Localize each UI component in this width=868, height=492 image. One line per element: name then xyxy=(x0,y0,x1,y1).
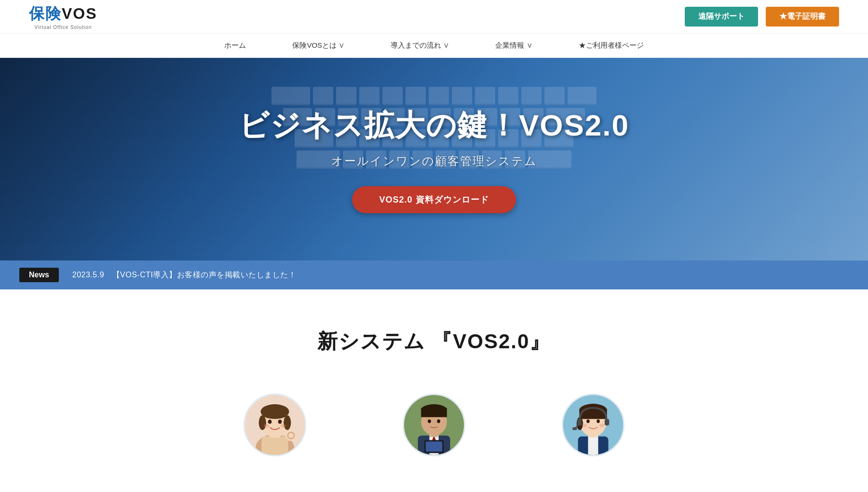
svg-rect-2 xyxy=(261,437,288,455)
svg-point-37 xyxy=(599,424,604,427)
svg-point-12 xyxy=(285,430,297,441)
logo: 保険VOS Virtual Office Solution xyxy=(29,3,97,30)
logo-text: 保険VOS xyxy=(29,3,97,25)
avatar-1-face xyxy=(245,395,305,455)
svg-point-36 xyxy=(582,424,587,427)
avatar-row xyxy=(29,384,839,466)
hero-banner: ビジネス拡大の鍵！VOS2.0 オールインワンの顧客管理システム VOS2.0 … xyxy=(0,58,868,260)
svg-point-10 xyxy=(264,424,269,428)
support-button[interactable]: 遠隔サポート xyxy=(685,7,758,27)
news-text[interactable]: 2023.5.9 【VOS-CTI導入】お客様の声を掲載いたしました！ xyxy=(72,270,297,280)
logo-hoken: 保険 xyxy=(29,5,62,22)
svg-rect-39 xyxy=(605,419,610,425)
nav-about[interactable]: 保険VOSとは ∨ xyxy=(269,34,367,58)
main-nav: ホーム 保険VOSとは ∨ 導入までの流れ ∨ 企業情報 ∨ ★ご利用者様ページ xyxy=(0,34,868,58)
svg-point-34 xyxy=(586,420,590,424)
logo-subtitle: Virtual Office Solution xyxy=(34,25,92,30)
svg-point-6 xyxy=(259,415,266,430)
avatar-3-face xyxy=(563,395,623,455)
header-buttons: 遠隔サポート ★電子証明書 xyxy=(685,7,839,27)
svg-rect-41 xyxy=(572,427,577,430)
nav-home[interactable]: ホーム xyxy=(201,34,269,58)
avatar-2 xyxy=(403,394,465,456)
avatar-card-1 xyxy=(244,394,306,456)
avatar-1 xyxy=(244,394,306,456)
nav-company[interactable]: 企業情報 ∨ xyxy=(472,34,555,58)
hero-title: ビジネス拡大の鍵！VOS2.0 xyxy=(239,105,629,146)
nav-user-page[interactable]: ★ご利用者様ページ xyxy=(556,34,667,58)
svg-point-9 xyxy=(278,420,282,424)
svg-point-22 xyxy=(428,420,431,424)
svg-point-5 xyxy=(260,404,289,419)
nav-flow[interactable]: 導入までの流れ ∨ xyxy=(367,34,472,58)
svg-point-11 xyxy=(280,424,285,428)
svg-point-35 xyxy=(597,420,600,424)
svg-rect-25 xyxy=(426,441,442,451)
avatar-2-face xyxy=(404,395,464,455)
svg-point-7 xyxy=(284,415,291,430)
svg-rect-21 xyxy=(421,408,447,417)
main-section: 新システム 『VOS2.0』 xyxy=(0,289,868,485)
news-bar: News 2023.5.9 【VOS-CTI導入】お客様の声を掲載いたしました！ xyxy=(0,260,868,289)
avatar-card-2 xyxy=(403,394,465,456)
section-title: 新システム 『VOS2.0』 xyxy=(29,328,839,355)
hero-content: ビジネス拡大の鍵！VOS2.0 オールインワンの顧客管理システム VOS2.0 … xyxy=(239,105,629,213)
svg-rect-28 xyxy=(588,436,598,455)
certificate-button[interactable]: ★電子証明書 xyxy=(766,7,839,27)
logo-vos: VOS xyxy=(62,5,97,22)
svg-point-8 xyxy=(268,420,272,424)
hero-subtitle: オールインワンの顧客管理システム xyxy=(239,153,629,169)
svg-point-23 xyxy=(437,420,440,424)
avatar-card-3 xyxy=(562,394,624,456)
download-button[interactable]: VOS2.0 資料ダウンロード xyxy=(352,186,515,213)
page-header: 保険VOS Virtual Office Solution 遠隔サポート ★電子… xyxy=(0,0,868,34)
avatar-3 xyxy=(562,394,624,456)
news-badge: News xyxy=(19,268,59,282)
